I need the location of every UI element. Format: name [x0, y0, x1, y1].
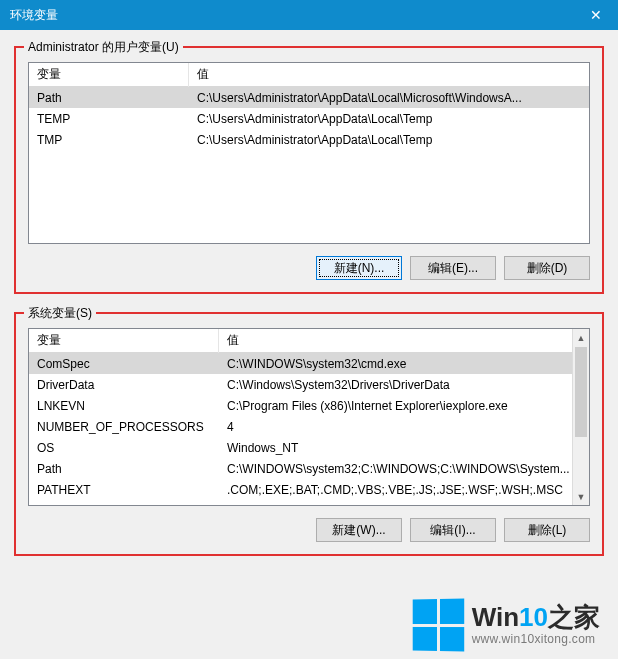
system-col-value[interactable]: 值 — [219, 328, 589, 353]
user-buttons-row: 新建(N)... 编辑(E)... 删除(D) — [28, 256, 590, 280]
cell-variable-name: NUMBER_OF_PROCESSORS — [29, 418, 219, 436]
system-new-button[interactable]: 新建(W)... — [316, 518, 402, 542]
cell-variable-name: LNKEVN — [29, 397, 219, 415]
system-col-name[interactable]: 变量 — [29, 328, 219, 353]
scroll-down-icon[interactable]: ▼ — [573, 488, 589, 505]
cell-variable-value: 4 — [219, 418, 589, 436]
cell-variable-value: C:\WINDOWS\system32\cmd.exe — [219, 355, 589, 373]
system-variables-group: 系统变量(S) 变量 值 ComSpecC:\WINDOWS\system32\… — [14, 312, 604, 556]
user-list-header: 变量 值 — [29, 63, 589, 87]
watermark-brand: Win10之家 — [472, 603, 600, 633]
window-title: 环境变量 — [10, 7, 58, 24]
system-variables-list[interactable]: 变量 值 ComSpecC:\WINDOWS\system32\cmd.exeD… — [28, 328, 590, 506]
table-row[interactable]: TEMPC:\Users\Administrator\AppData\Local… — [29, 108, 589, 129]
table-row[interactable]: PathC:\WINDOWS\system32;C:\WINDOWS;C:\WI… — [29, 458, 589, 479]
table-row[interactable]: DriverDataC:\Windows\System32\Drivers\Dr… — [29, 374, 589, 395]
user-edit-button[interactable]: 编辑(E)... — [410, 256, 496, 280]
cell-variable-value: C:\Users\Administrator\AppData\Local\Mic… — [189, 89, 589, 107]
table-row[interactable]: PathC:\Users\Administrator\AppData\Local… — [29, 87, 589, 108]
system-group-label: 系统变量(S) — [24, 305, 96, 322]
cell-variable-value: C:\Windows\System32\Drivers\DriverData — [219, 376, 589, 394]
cell-variable-value: C:\Users\Administrator\AppData\Local\Tem… — [189, 110, 589, 128]
brand-suffix: 之家 — [548, 602, 600, 632]
table-row[interactable]: TMPC:\Users\Administrator\AppData\Local\… — [29, 129, 589, 150]
table-row[interactable]: ComSpecC:\WINDOWS\system32\cmd.exe — [29, 353, 589, 374]
watermark-url: www.win10xitong.com — [472, 633, 600, 647]
cell-variable-name: TEMP — [29, 110, 189, 128]
scroll-up-icon[interactable]: ▲ — [573, 329, 589, 346]
watermark-text: Win10之家 www.win10xitong.com — [472, 603, 600, 647]
cell-variable-value: C:\Users\Administrator\AppData\Local\Tem… — [189, 131, 589, 149]
cell-variable-value: Windows_NT — [219, 439, 589, 457]
windows-logo-icon — [412, 599, 464, 652]
user-new-button[interactable]: 新建(N)... — [316, 256, 402, 280]
user-variables-group: Administrator 的用户变量(U) 变量 值 PathC:\Users… — [14, 46, 604, 294]
system-buttons-row: 新建(W)... 编辑(I)... 删除(L) — [28, 518, 590, 542]
user-delete-button[interactable]: 删除(D) — [504, 256, 590, 280]
cell-variable-name: Path — [29, 460, 219, 478]
table-row[interactable]: LNKEVNC:\Program Files (x86)\Internet Ex… — [29, 395, 589, 416]
watermark: Win10之家 www.win10xitong.com — [412, 599, 600, 651]
scrollbar-thumb[interactable] — [575, 347, 587, 437]
brand-prefix: Win — [472, 602, 519, 632]
user-col-value[interactable]: 值 — [189, 62, 589, 87]
system-scrollbar[interactable]: ▲ ▼ — [572, 329, 589, 505]
system-edit-button[interactable]: 编辑(I)... — [410, 518, 496, 542]
cell-variable-value: C:\Program Files (x86)\Internet Explorer… — [219, 397, 589, 415]
dialog-body: Administrator 的用户变量(U) 变量 值 PathC:\Users… — [0, 30, 618, 659]
cell-variable-name: DriverData — [29, 376, 219, 394]
cell-variable-name: Path — [29, 89, 189, 107]
user-col-name[interactable]: 变量 — [29, 62, 189, 87]
cell-variable-name: OS — [29, 439, 219, 457]
user-variables-list[interactable]: 变量 值 PathC:\Users\Administrator\AppData\… — [28, 62, 590, 244]
cell-variable-value: C:\WINDOWS\system32;C:\WINDOWS;C:\WINDOW… — [219, 460, 589, 478]
user-group-label: Administrator 的用户变量(U) — [24, 39, 183, 56]
cell-variable-name: TMP — [29, 131, 189, 149]
close-icon: ✕ — [590, 7, 602, 23]
system-delete-button[interactable]: 删除(L) — [504, 518, 590, 542]
cell-variable-value: .COM;.EXE;.BAT;.CMD;.VBS;.VBE;.JS;.JSE;.… — [219, 481, 589, 499]
table-row[interactable]: NUMBER_OF_PROCESSORS4 — [29, 416, 589, 437]
window-titlebar: 环境变量 ✕ — [0, 0, 618, 30]
table-row[interactable]: OSWindows_NT — [29, 437, 589, 458]
system-list-header: 变量 值 — [29, 329, 589, 353]
close-button[interactable]: ✕ — [573, 0, 618, 30]
brand-accent: 10 — [519, 602, 548, 632]
cell-variable-name: ComSpec — [29, 355, 219, 373]
cell-variable-name: PATHEXT — [29, 481, 219, 499]
table-row[interactable]: PATHEXT.COM;.EXE;.BAT;.CMD;.VBS;.VBE;.JS… — [29, 479, 589, 500]
